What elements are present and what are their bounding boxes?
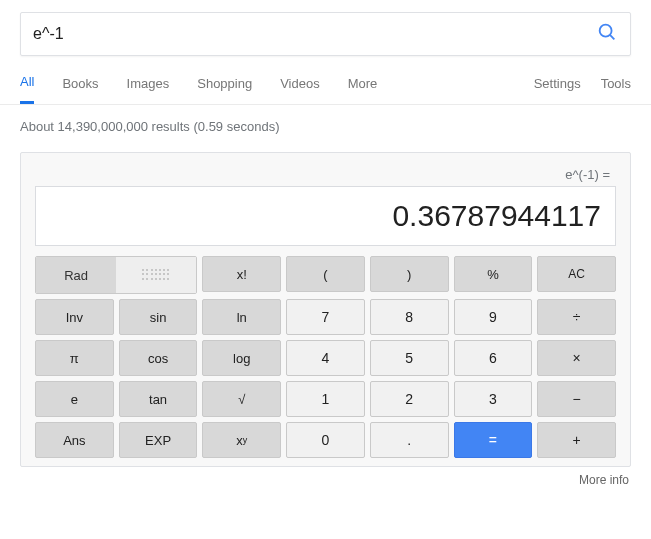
sqrt-button[interactable]: √	[202, 381, 281, 417]
digit-1-button[interactable]: 1	[286, 381, 365, 417]
tab-videos[interactable]: Videos	[280, 76, 320, 103]
history-icon	[142, 269, 170, 281]
equals-button[interactable]: =	[454, 422, 533, 458]
tabs-bar: All Books Images Shopping Videos More Se…	[0, 74, 651, 105]
cos-button[interactable]: cos	[119, 340, 198, 376]
digit-9-button[interactable]: 9	[454, 299, 533, 335]
lparen-button[interactable]: (	[286, 256, 365, 292]
search-input[interactable]	[33, 25, 596, 43]
add-button[interactable]: +	[537, 422, 616, 458]
digit-0-button[interactable]: 0	[286, 422, 365, 458]
rad-button[interactable]: Rad	[36, 257, 116, 293]
rparen-button[interactable]: )	[370, 256, 449, 292]
digit-7-button[interactable]: 7	[286, 299, 365, 335]
ac-button[interactable]: AC	[537, 256, 616, 292]
tab-tools[interactable]: Tools	[601, 76, 631, 103]
divide-button[interactable]: ÷	[537, 299, 616, 335]
search-box[interactable]	[20, 12, 631, 56]
svg-line-1	[610, 35, 614, 39]
calc-expression: e^(-1) =	[35, 167, 616, 186]
calc-keypad: Rad x! ( ) % AC Inv sin ln 7 8 9 ÷ π cos…	[35, 256, 616, 458]
more-info-link[interactable]: More info	[0, 467, 651, 487]
digit-5-button[interactable]: 5	[370, 340, 449, 376]
factorial-button[interactable]: x!	[202, 256, 281, 292]
log-button[interactable]: log	[202, 340, 281, 376]
calculator-card: e^(-1) = 0.36787944117 Rad x! ( ) % AC I…	[20, 152, 631, 467]
percent-button[interactable]: %	[454, 256, 533, 292]
power-button[interactable]: xy	[202, 422, 281, 458]
tab-more[interactable]: More	[348, 76, 378, 103]
tab-all[interactable]: All	[20, 74, 34, 104]
tab-settings[interactable]: Settings	[534, 76, 581, 103]
digit-8-button[interactable]: 8	[370, 299, 449, 335]
tab-shopping[interactable]: Shopping	[197, 76, 252, 103]
digit-2-button[interactable]: 2	[370, 381, 449, 417]
search-icon[interactable]	[596, 21, 618, 47]
result-stats: About 14,390,000,000 results (0.59 secon…	[0, 105, 651, 144]
calc-result: 0.36787944117	[35, 186, 616, 246]
digit-4-button[interactable]: 4	[286, 340, 365, 376]
pi-button[interactable]: π	[35, 340, 114, 376]
digit-6-button[interactable]: 6	[454, 340, 533, 376]
ln-button[interactable]: ln	[202, 299, 281, 335]
decimal-button[interactable]: .	[370, 422, 449, 458]
svg-point-0	[600, 25, 612, 37]
e-button[interactable]: e	[35, 381, 114, 417]
deg-button[interactable]	[116, 257, 196, 293]
ans-button[interactable]: Ans	[35, 422, 114, 458]
sin-button[interactable]: sin	[119, 299, 198, 335]
inv-button[interactable]: Inv	[35, 299, 114, 335]
tab-images[interactable]: Images	[127, 76, 170, 103]
rad-deg-toggle[interactable]: Rad	[35, 256, 197, 294]
digit-3-button[interactable]: 3	[454, 381, 533, 417]
tan-button[interactable]: tan	[119, 381, 198, 417]
tab-books[interactable]: Books	[62, 76, 98, 103]
subtract-button[interactable]: −	[537, 381, 616, 417]
multiply-button[interactable]: ×	[537, 340, 616, 376]
exp-button[interactable]: EXP	[119, 422, 198, 458]
